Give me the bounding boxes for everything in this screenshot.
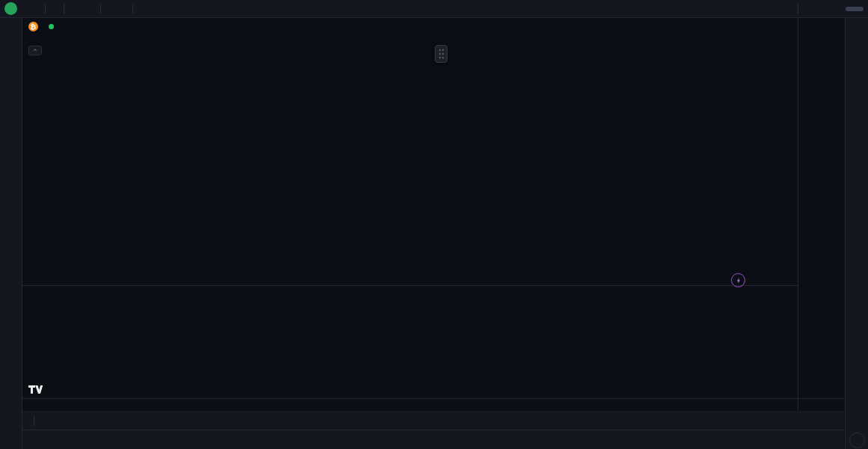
replay-button[interactable] — [117, 8, 127, 10]
axis-corner — [798, 398, 844, 411]
divider — [798, 4, 798, 14]
interval-expand-button[interactable] — [51, 8, 58, 10]
floating-drawing-toolbar — [435, 45, 447, 63]
drag-handle-icon — [438, 49, 444, 59]
legend-collapse-button[interactable]: ^ — [28, 46, 42, 55]
drag-handle[interactable] — [438, 46, 444, 61]
divider — [132, 4, 133, 14]
chart-type-button[interactable] — [70, 8, 77, 10]
layout-templates-button[interactable] — [88, 8, 95, 10]
layout-dropdown-button[interactable] — [783, 8, 791, 10]
divider — [100, 4, 101, 14]
lightning-icon — [734, 276, 743, 285]
pane-divider[interactable] — [22, 285, 844, 286]
bottom-toolbar — [22, 411, 844, 430]
bitcoin-icon: ₿ — [28, 22, 38, 31]
goto-date-button[interactable] — [40, 420, 47, 421]
price-chart-canvas — [22, 18, 798, 286]
chart-pane[interactable] — [22, 18, 798, 398]
alert-button[interactable] — [106, 8, 117, 10]
status-bar — [22, 430, 844, 449]
symbol-legend: ₿ — [28, 22, 59, 31]
tab-pine-editor[interactable] — [33, 438, 51, 442]
tradingview-watermark[interactable] — [28, 382, 49, 394]
undo-button[interactable] — [138, 8, 146, 10]
top-toolbar — [0, 0, 868, 18]
divider — [45, 4, 46, 14]
help-button[interactable] — [849, 433, 865, 448]
right-sidebar — [845, 18, 868, 449]
publish-button[interactable] — [846, 7, 864, 11]
snapshot-button[interactable] — [832, 8, 840, 10]
indicators-button[interactable] — [77, 8, 88, 10]
rsi-chart-canvas — [22, 286, 798, 398]
fullscreen-button[interactable] — [823, 8, 831, 10]
layout-select-button[interactable] — [767, 8, 774, 10]
symbol-search-button[interactable] — [22, 8, 32, 10]
compare-add-symbol-button[interactable] — [32, 8, 40, 10]
divider — [64, 4, 64, 14]
lightning-badge-button[interactable] — [731, 273, 745, 287]
tab-trading-panel[interactable] — [51, 438, 69, 442]
topbar-right-group — [767, 4, 864, 14]
market-open-dot-icon — [49, 24, 54, 29]
price-axis[interactable] — [798, 18, 844, 398]
user-menu-button[interactable] — [4, 2, 17, 15]
chart-settings-button[interactable] — [814, 8, 822, 10]
redo-button[interactable] — [146, 8, 153, 10]
drawing-toolbar — [0, 18, 22, 449]
quick-search-button[interactable] — [805, 8, 813, 10]
divider — [34, 415, 34, 426]
tradingview-logo-icon — [28, 382, 44, 394]
time-axis[interactable] — [22, 398, 798, 411]
